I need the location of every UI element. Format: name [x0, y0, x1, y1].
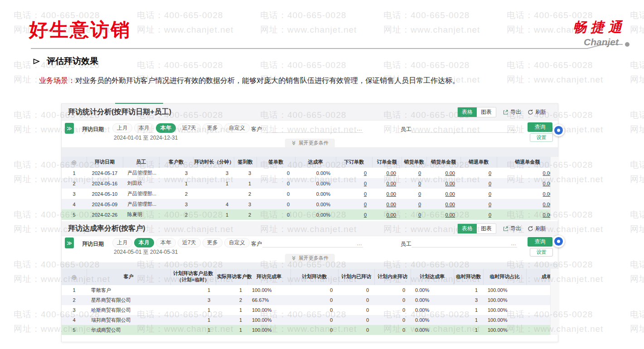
- link-cell[interactable]: 0: [460, 199, 497, 209]
- link-cell[interactable]: 0: [402, 189, 426, 199]
- filter-pill-近7天[interactable]: 近7天: [178, 238, 201, 247]
- table-row[interactable]: 32024-05-10产品管理部...2200.00%00.0000.0000.…: [62, 189, 550, 199]
- watermark-text: 电话：400-665-0028网址：www.chanjet.net: [630, 8, 644, 37]
- filter-pill-近7天[interactable]: 近7天: [178, 123, 201, 133]
- filter-pill-本月[interactable]: 本月: [134, 123, 154, 133]
- filter-pill-上月[interactable]: 上月: [112, 123, 132, 133]
- export-button[interactable]: 导出: [503, 108, 521, 116]
- link-cell[interactable]: 0: [460, 209, 497, 220]
- refresh-button[interactable]: 刷新: [528, 225, 546, 233]
- table-row[interactable]: 12024-05-17产品管理部...33300.00%00.0000.0000…: [62, 168, 550, 178]
- expand-more-conditions[interactable]: ≫ 展开更多条件: [285, 254, 334, 262]
- filter-pill-自定义[interactable]: 自定义: [224, 123, 250, 133]
- table-row[interactable]: 5华成商贸公司11100.00%0000.00%1100.00%: [62, 325, 550, 335]
- table-cell: 1: [170, 285, 216, 295]
- collapse-filter-button[interactable]: ≫: [65, 238, 74, 248]
- view-table-button[interactable]: 表格: [458, 224, 477, 233]
- link-cell[interactable]: 0.00: [497, 168, 550, 178]
- table-cell: 0: [291, 285, 338, 295]
- logo-cn-text: 畅捷通: [573, 18, 626, 37]
- table-cell: 5: [62, 325, 87, 335]
- query-button[interactable]: 查询: [528, 237, 552, 247]
- date-range-value[interactable]: 2024-01-01 至 2024-12-31: [114, 134, 178, 142]
- settings-button[interactable]: 设置: [530, 248, 553, 257]
- link-cell[interactable]: 0.00: [426, 209, 460, 220]
- column-settings-header[interactable]: ◎: [62, 157, 87, 168]
- table-row[interactable]: 22024-05-16刘田欣11100.00%00.0000.0000.00: [62, 178, 550, 189]
- table-cell: 100.00%: [247, 305, 291, 315]
- refresh-icon: [528, 109, 533, 115]
- link-cell[interactable]: 0: [402, 199, 426, 209]
- watermark-text: 电话：400-665-0028网址：www.chanjet.net: [383, 8, 480, 37]
- column-header: 临时拜访占比: [483, 269, 526, 285]
- link-cell[interactable]: 0.00: [426, 178, 460, 189]
- column-header: 计划拜访客户总数（计划+临时）: [170, 269, 216, 285]
- link-cell[interactable]: 0.00: [426, 189, 460, 199]
- table-cell: 100.00%: [483, 325, 526, 335]
- filter-pill-自定义[interactable]: 自定义: [224, 238, 250, 247]
- settings-button[interactable]: 设置: [530, 133, 553, 142]
- employee-filter-input[interactable]: …: [412, 124, 517, 133]
- table-row[interactable]: 4瑞邦商贸有限公司11100.00%0000.00%1100.00%: [62, 315, 550, 325]
- export-button[interactable]: 导出: [503, 225, 521, 233]
- table-row[interactable]: 42024-05-09产品管理部...34300.00%00.0000.0000…: [62, 199, 550, 209]
- business-scenario: 业务场景：对业务员的外勤拜访客户情况进行有效的数据分析，能够对庞大的销售队伍进行…: [39, 76, 460, 86]
- filter-pill-更多[interactable]: 更多: [203, 238, 223, 247]
- collapse-filter-button[interactable]: ≫: [65, 123, 74, 134]
- filter-pill-本月[interactable]: 本月: [134, 238, 154, 247]
- table-row[interactable]: 2星昂商贸有限公司3266.67%0000.00%3100.00%: [62, 295, 550, 305]
- link-cell[interactable]: 0.00: [426, 168, 460, 178]
- table1-scrollbar[interactable]: [550, 157, 559, 220]
- table-row[interactable]: 1零散客户11100.00%0000.00%1100.00%: [62, 285, 550, 295]
- link-cell[interactable]: 0.00: [426, 199, 460, 209]
- link-cell[interactable]: 0: [460, 189, 497, 199]
- table-row[interactable]: 52024-02-26陈夏明21200.00%00.0000.0000.00: [62, 209, 550, 220]
- filter-pill-上月[interactable]: 上月: [112, 238, 132, 247]
- view-table-button[interactable]: 表格: [458, 107, 477, 117]
- refresh-button[interactable]: 刷新: [528, 108, 546, 116]
- link-cell[interactable]: 0.00: [497, 199, 550, 209]
- table-cell: 0.00%: [411, 315, 454, 325]
- link-cell[interactable]: 0.00: [372, 209, 402, 220]
- link-cell[interactable]: 0: [402, 178, 426, 189]
- table-cell: 3: [159, 199, 193, 209]
- column-settings-header[interactable]: ◎: [62, 269, 87, 285]
- link-cell[interactable]: 0: [460, 178, 497, 189]
- table-row[interactable]: 3哈斯商贸有限公司11100.00%0000.00%1100.00%: [62, 305, 550, 315]
- link-cell[interactable]: 0: [402, 209, 426, 220]
- expand-more-conditions[interactable]: ≫ 展开更多条件: [285, 139, 334, 147]
- date-quick-pills: 上月本月本年近7天更多自定义: [112, 123, 252, 133]
- assistant-float-button[interactable]: [552, 235, 565, 247]
- link-cell[interactable]: 0: [402, 168, 426, 178]
- table2-scrollbar[interactable]: [550, 269, 559, 335]
- column-header: 员工: [123, 157, 159, 168]
- date-range-value[interactable]: 2024-05-01 至 2024-05-31: [114, 248, 178, 256]
- assistant-float-button[interactable]: [552, 124, 565, 136]
- link-cell[interactable]: 0: [336, 199, 372, 209]
- link-cell[interactable]: 0: [336, 178, 372, 189]
- link-cell[interactable]: 0.00: [497, 178, 550, 189]
- link-cell[interactable]: 0.00: [372, 168, 402, 178]
- table-cell: 0: [291, 325, 338, 335]
- filter-pill-本年[interactable]: 本年: [156, 238, 176, 247]
- link-cell[interactable]: 0: [460, 168, 497, 178]
- customer-filter-input[interactable]: …: [262, 239, 363, 247]
- link-cell[interactable]: 0.00: [497, 189, 550, 199]
- employee-filter-input[interactable]: …: [412, 239, 517, 247]
- query-button[interactable]: 查询: [528, 122, 552, 132]
- customer-filter-input[interactable]: …: [262, 124, 363, 133]
- filter-pill-更多[interactable]: 更多: [203, 123, 223, 133]
- filter-pill-本年[interactable]: 本年: [156, 123, 176, 133]
- link-cell[interactable]: 0: [336, 209, 372, 220]
- view-chart-button[interactable]: 图表: [477, 224, 496, 233]
- link-cell[interactable]: 0: [336, 168, 372, 178]
- view-chart-button[interactable]: 图表: [477, 107, 496, 117]
- column-header: 计划内已拜访: [338, 269, 374, 285]
- link-cell[interactable]: 0.00: [372, 199, 402, 209]
- table-cell: 1: [454, 325, 483, 335]
- link-cell[interactable]: 0.00: [372, 189, 402, 199]
- link-cell[interactable]: 0: [336, 189, 372, 199]
- link-cell[interactable]: 0.00: [497, 209, 550, 220]
- table-cell: 星昂商贸有限公司: [87, 295, 170, 305]
- link-cell[interactable]: 0.00: [372, 178, 402, 189]
